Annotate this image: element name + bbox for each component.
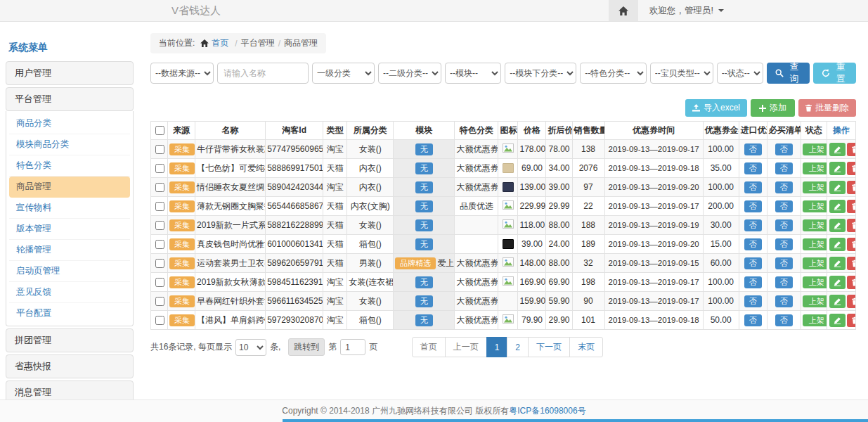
page-button[interactable]: 上一页 [445,337,487,357]
row-checkbox[interactable] [155,164,164,173]
no-badge[interactable]: 否 [775,200,793,212]
filter-select[interactable]: --数据来源-- [150,63,214,84]
edit-button[interactable] [829,181,846,194]
name-search-input[interactable] [217,63,309,84]
delete-button[interactable] [847,219,856,232]
sidebar-panel-item[interactable]: 拼团管理 [6,328,134,352]
page-button[interactable]: 末页 [569,337,603,357]
delete-button[interactable] [847,200,856,213]
sidebar-sub-item[interactable]: 平台配置 [9,303,130,324]
icp-link[interactable]: 粤ICP备16098006号 [509,405,585,417]
edit-button[interactable] [829,143,846,156]
reset-button[interactable]: 重置 [813,63,856,84]
row-checkbox[interactable] [155,202,164,211]
filter-select[interactable]: 一级分类 [312,63,375,84]
edit-button[interactable] [829,295,846,308]
sidebar-sub-item[interactable]: 商品分类 [9,113,130,134]
no-badge[interactable]: 否 [775,257,793,269]
status-badge[interactable]: 上架 [803,181,827,193]
delete-button[interactable] [847,257,856,270]
status-badge[interactable]: 上架 [803,257,827,269]
delete-button[interactable] [847,276,856,289]
status-badge[interactable]: 上架 [803,276,827,288]
delete-button[interactable] [847,162,856,175]
no-badge[interactable]: 否 [744,162,762,174]
sidebar-sub-item[interactable]: 模块商品分类 [9,134,130,155]
row-checkbox[interactable] [155,259,164,268]
no-badge[interactable]: 否 [744,219,762,231]
filter-select[interactable]: --状态-- [717,63,763,84]
user-menu[interactable]: 欢迎您，管理员! [638,5,724,17]
no-badge[interactable]: 否 [775,162,793,174]
sidebar-panel-item[interactable]: 用户管理 [6,61,134,85]
filter-select[interactable]: --模块-- [445,63,501,84]
no-badge[interactable]: 否 [775,181,793,193]
no-badge[interactable]: 否 [744,143,762,155]
status-badge[interactable]: 上架 [803,314,827,326]
no-badge[interactable]: 否 [775,314,793,326]
no-badge[interactable]: 否 [744,314,762,326]
status-badge[interactable]: 上架 [803,219,827,231]
edit-button[interactable] [829,314,846,327]
edit-button[interactable] [829,238,846,251]
page-button[interactable]: 首页 [412,337,446,357]
sidebar-sub-item[interactable]: 特色分类 [9,155,130,177]
import-excel-button[interactable]: 导入excel [685,99,747,117]
status-badge[interactable]: 上架 [803,162,827,174]
delete-button[interactable] [847,314,856,327]
edit-button[interactable] [829,276,846,289]
page-number-input[interactable] [340,339,365,355]
breadcrumb-home-link[interactable]: 首页 [212,37,228,49]
delete-button[interactable] [847,295,856,308]
no-badge[interactable]: 否 [744,200,762,212]
filter-select[interactable]: --二级分类-- [378,63,441,84]
home-button[interactable] [609,0,638,21]
row-checkbox[interactable] [155,145,164,154]
no-badge[interactable]: 否 [744,276,762,288]
no-badge[interactable]: 否 [744,181,762,193]
edit-button[interactable] [829,162,846,175]
edit-button[interactable] [829,257,846,270]
no-badge[interactable]: 否 [744,257,762,269]
page-button[interactable]: 2 [507,337,529,357]
sidebar-sub-item[interactable]: 轮播管理 [9,240,130,261]
row-checkbox[interactable] [155,316,164,325]
query-button[interactable]: 查询 [767,63,810,84]
status-badge[interactable]: 上架 [803,238,827,250]
no-badge[interactable]: 否 [744,295,762,307]
edit-button[interactable] [829,219,846,232]
no-badge[interactable]: 否 [775,295,793,307]
breadcrumb-item[interactable]: 平台管理 [241,37,275,49]
sidebar-panel-item[interactable]: 省惠快报 [6,354,134,378]
page-button[interactable]: 下一页 [528,337,570,357]
sidebar-sub-item[interactable]: 版本管理 [9,219,130,240]
filter-select[interactable]: --宝贝类型-- [650,63,713,84]
delete-button[interactable] [847,238,856,251]
status-badge[interactable]: 上架 [803,200,827,212]
row-checkbox[interactable] [155,240,164,249]
no-badge[interactable]: 否 [775,219,793,231]
row-checkbox[interactable] [155,221,164,230]
select-all-checkbox[interactable] [155,126,164,135]
row-checkbox[interactable] [155,278,164,287]
delete-button[interactable] [847,143,856,156]
sidebar-panel-item[interactable]: 平台管理 [6,87,134,111]
jump-button[interactable]: 跳转到 [288,338,325,356]
filter-select[interactable]: --模块下分类-- [505,63,576,84]
sidebar-sub-item[interactable]: 宣传物料 [9,198,130,219]
delete-button[interactable] [847,181,856,194]
no-badge[interactable]: 否 [775,143,793,155]
edit-button[interactable] [829,200,846,213]
per-page-select[interactable]: 10 [235,339,266,356]
no-badge[interactable]: 否 [775,276,793,288]
status-badge[interactable]: 上架 [803,143,827,155]
filter-select[interactable]: --特色分类-- [580,63,646,84]
add-button[interactable]: 添加 [751,99,795,117]
page-button[interactable]: 1 [486,337,508,357]
breadcrumb-item[interactable]: 商品管理 [284,37,318,49]
sidebar-sub-item[interactable]: 商品管理 [9,177,130,198]
row-checkbox[interactable] [155,297,164,306]
no-badge[interactable]: 否 [775,238,793,250]
sidebar-sub-item[interactable]: 启动页管理 [9,261,130,282]
status-badge[interactable]: 上架 [803,295,827,307]
